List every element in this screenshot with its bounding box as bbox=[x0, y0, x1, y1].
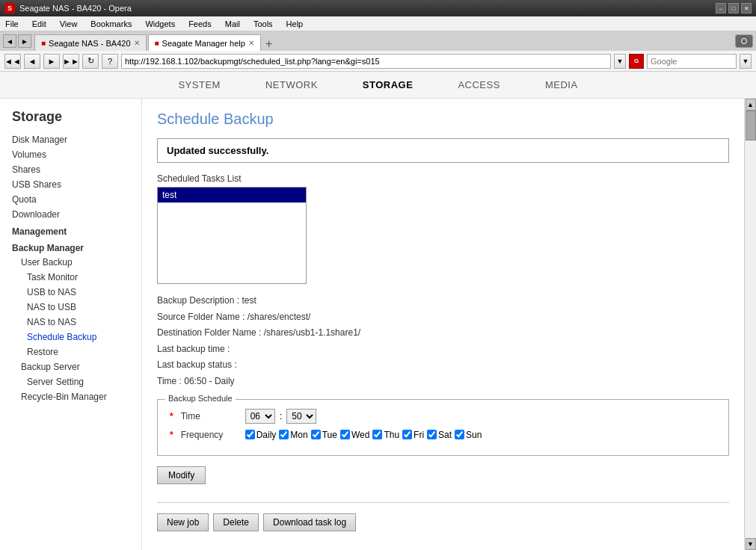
freq-mon[interactable]: Mon bbox=[279, 430, 307, 440]
address-bar[interactable] bbox=[121, 54, 611, 69]
task-list[interactable]: test bbox=[157, 187, 307, 284]
info-time: Time : 06:50 - Daily bbox=[157, 374, 729, 390]
tab-controls: ◄ ► bbox=[3, 34, 31, 48]
sidebar-item-volumes[interactable]: Volumes bbox=[0, 147, 141, 162]
search-engine-icon: G bbox=[629, 54, 644, 69]
sidebar-group-management: Management bbox=[0, 222, 141, 238]
sidebar-section: Disk Manager Volumes Shares USB Shares Q… bbox=[0, 132, 141, 404]
freq-tue[interactable]: Tue bbox=[311, 430, 337, 440]
success-message: Updated successfully. bbox=[157, 138, 729, 163]
sidebar-item-user-backup[interactable]: User Backup bbox=[0, 255, 141, 270]
new-job-button[interactable]: New job bbox=[157, 513, 209, 531]
nav-back-button[interactable]: ◄◄ bbox=[4, 54, 21, 69]
freq-daily[interactable]: Daily bbox=[245, 430, 277, 440]
nav-access[interactable]: ACCESS bbox=[458, 79, 500, 90]
tab-back-button[interactable]: ◄ bbox=[3, 34, 16, 48]
menu-mail[interactable]: Mail bbox=[223, 19, 242, 29]
browser-toolbar: ◄◄ ◄ ► ►► ↻ ? ▼ G ▼ bbox=[0, 51, 756, 72]
minimize-button[interactable]: – bbox=[716, 3, 726, 13]
sidebar-item-backup-server[interactable]: Backup Server bbox=[0, 359, 141, 374]
sidebar-item-nas-to-usb[interactable]: NAS to USB bbox=[0, 300, 141, 315]
menu-bookmarks[interactable]: Bookmarks bbox=[88, 19, 134, 29]
menu-help[interactable]: Help bbox=[284, 19, 306, 29]
task-list-item[interactable]: test bbox=[158, 188, 306, 203]
nav-last-button[interactable]: ►► bbox=[63, 54, 79, 69]
freq-sat[interactable]: Sat bbox=[427, 430, 452, 440]
freq-fri[interactable]: Fri bbox=[402, 430, 424, 440]
required-asterisk-freq: * bbox=[170, 430, 173, 440]
nav-storage[interactable]: STORAGE bbox=[363, 79, 414, 90]
sidebar-item-recycle-bin[interactable]: Recycle-Bin Manager bbox=[0, 389, 141, 404]
time-colon: : bbox=[280, 410, 283, 421]
sidebar-item-shares[interactable]: Shares bbox=[0, 162, 141, 177]
sidebar-item-usb-shares[interactable]: USB Shares bbox=[0, 177, 141, 192]
sidebar-item-usb-to-nas[interactable]: USB to NAS bbox=[0, 285, 141, 300]
window-controls[interactable]: – □ ✕ bbox=[716, 3, 752, 13]
tab-label2: Seagate Manager help bbox=[162, 39, 245, 48]
nav-system[interactable]: SYSTEM bbox=[178, 79, 220, 90]
sidebar-item-restore[interactable]: Restore bbox=[0, 344, 141, 359]
delete-button[interactable]: Delete bbox=[213, 513, 259, 531]
freq-wed[interactable]: Wed bbox=[340, 430, 369, 440]
menu-widgets[interactable]: Widgets bbox=[143, 19, 177, 29]
tab-close-icon2[interactable]: ✕ bbox=[248, 39, 254, 47]
scrollbar-down-button[interactable]: ▼ bbox=[746, 538, 756, 550]
menu-view[interactable]: View bbox=[58, 19, 80, 29]
bottom-buttons: New job Delete Download task log bbox=[157, 513, 729, 531]
modify-button[interactable]: Modify bbox=[157, 466, 206, 484]
time-row: * Time 06 00010203 04050708 09101112 131… bbox=[170, 409, 716, 424]
required-asterisk-time: * bbox=[170, 411, 173, 421]
hour-select[interactable]: 06 00010203 04050708 09101112 13141516 1… bbox=[245, 409, 275, 424]
scrollbar-up-button[interactable]: ▲ bbox=[746, 99, 756, 111]
close-button[interactable]: ✕ bbox=[741, 3, 752, 13]
sidebar-item-downloader[interactable]: Downloader bbox=[0, 207, 141, 222]
sidebar-item-task-monitor[interactable]: Task Monitor bbox=[0, 270, 141, 285]
sidebar-item-schedule-backup[interactable]: Schedule Backup bbox=[0, 330, 141, 344]
scrollbar-thumb[interactable] bbox=[746, 111, 756, 140]
tab-add-button[interactable]: + bbox=[262, 37, 275, 51]
sidebar-item-nas-to-nas[interactable]: NAS to NAS bbox=[0, 315, 141, 330]
address-dropdown-icon[interactable]: ▼ bbox=[614, 54, 626, 69]
menu-file[interactable]: File bbox=[3, 19, 21, 29]
maximize-button[interactable]: □ bbox=[728, 3, 739, 13]
tab-manager-help[interactable]: ■ Seagate Manager help ✕ bbox=[148, 34, 261, 51]
info-last-backup-status: Last backup status : bbox=[157, 357, 729, 374]
content-area: Storage Disk Manager Volumes Shares USB … bbox=[0, 99, 756, 550]
minute-select[interactable]: 50 00051015 20253035 404555 bbox=[286, 409, 316, 424]
tab-opera-btn[interactable]: O bbox=[735, 34, 753, 48]
nav-media[interactable]: MEDIA bbox=[545, 79, 578, 90]
tab-fwd-button[interactable]: ► bbox=[18, 34, 31, 48]
tasks-list-label: Scheduled Tasks List bbox=[157, 173, 729, 184]
sidebar-item-disk-manager[interactable]: Disk Manager bbox=[0, 132, 141, 147]
menu-tools[interactable]: Tools bbox=[251, 19, 275, 29]
freq-thu[interactable]: Thu bbox=[372, 430, 399, 440]
tab-favicon2: ■ bbox=[155, 39, 159, 47]
nav-network[interactable]: NETWORK bbox=[265, 79, 318, 90]
nav-reload-button[interactable]: ↻ bbox=[82, 54, 99, 69]
sidebar-item-server-setting[interactable]: Server Setting bbox=[0, 374, 141, 389]
divider bbox=[157, 502, 729, 503]
download-task-log-button[interactable]: Download task log bbox=[263, 513, 356, 531]
top-nav: SYSTEM NETWORK STORAGE ACCESS MEDIA bbox=[0, 72, 756, 99]
search-input[interactable] bbox=[647, 54, 737, 69]
tab-seagate-nas[interactable]: ■ Seagate NAS - BA420 ✕ bbox=[34, 34, 147, 51]
browser-menubar: File Edit View Bookmarks Widgets Feeds M… bbox=[0, 16, 756, 31]
freq-sun[interactable]: Sun bbox=[455, 430, 482, 440]
scrollbar[interactable]: ▲ ▼ bbox=[744, 99, 756, 550]
frequency-checkboxes: Daily Mon Tue Wed Thu Fri Sat Sun bbox=[245, 430, 482, 440]
sidebar-item-quota[interactable]: Quota bbox=[0, 192, 141, 207]
menu-feeds[interactable]: Feeds bbox=[186, 19, 214, 29]
opera-icon[interactable]: O bbox=[735, 34, 753, 48]
backup-schedule-legend: Backup Schedule bbox=[165, 394, 236, 403]
sidebar-group-backup-manager: Backup Manager bbox=[0, 238, 141, 255]
nav-help-button[interactable]: ? bbox=[102, 54, 118, 69]
search-dropdown-icon[interactable]: ▼ bbox=[740, 54, 752, 69]
menu-edit[interactable]: Edit bbox=[30, 19, 49, 29]
page-title: Schedule Backup bbox=[157, 111, 729, 128]
sidebar-heading: Storage bbox=[0, 106, 141, 132]
nav-prev-button[interactable]: ◄ bbox=[24, 54, 40, 69]
nav-next-button[interactable]: ► bbox=[43, 54, 60, 69]
tab-close-icon[interactable]: ✕ bbox=[134, 39, 140, 47]
frequency-row: * Frequency Daily Mon Tue Wed Thu Fri Sa… bbox=[170, 430, 716, 440]
tab-favicon: ■ bbox=[41, 39, 46, 47]
